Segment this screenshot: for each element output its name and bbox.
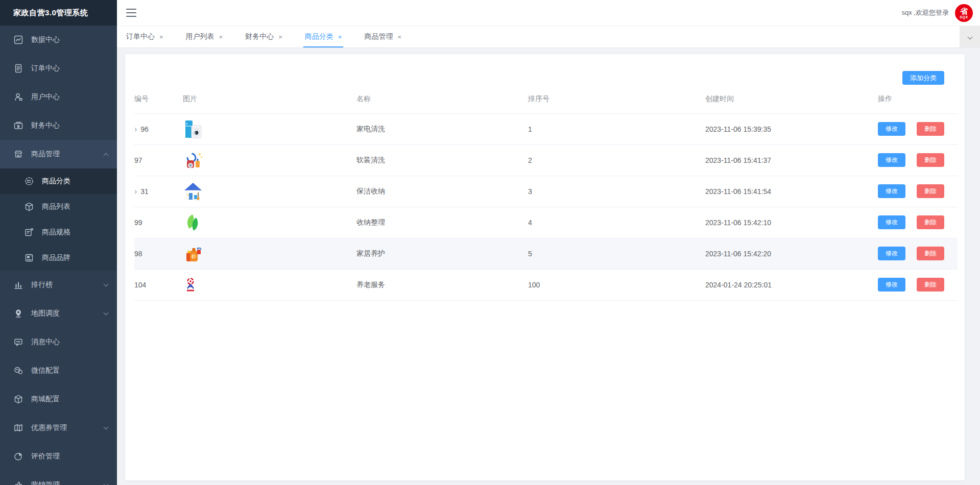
tab-finance-center[interactable]: 财务中心 × xyxy=(243,26,285,47)
tab-close-icon[interactable]: × xyxy=(338,33,342,41)
edit-button[interactable]: 修改 xyxy=(878,122,905,136)
tab-product-category[interactable]: 商品分类 × xyxy=(302,26,345,47)
header-id: 编号 xyxy=(134,85,183,113)
row-id: 98 xyxy=(134,250,142,258)
delete-button[interactable]: 删除 xyxy=(917,184,944,198)
user-icon xyxy=(14,92,23,102)
header-sort: 排序号 xyxy=(528,85,705,113)
row-name: 养老服务 xyxy=(356,269,528,300)
elder-care-logo-image xyxy=(183,277,198,293)
sidebar-item-order-center[interactable]: 订单中心 xyxy=(0,54,117,83)
ranking-bars-icon xyxy=(14,280,23,289)
wechat-icon xyxy=(14,366,23,375)
green-leaves-image xyxy=(183,212,203,233)
cube-icon xyxy=(25,202,34,211)
user-greeting: sqx ,欢迎您登录 xyxy=(902,8,949,17)
sidebar-item-map-dispatch[interactable]: 地图调度 xyxy=(0,299,117,328)
tab-dropdown-button[interactable] xyxy=(960,26,980,47)
expand-row-icon[interactable]: › xyxy=(134,187,137,196)
sidebar-item-user-center[interactable]: 用户中心 xyxy=(0,83,117,111)
sidebar-item-coupon-management[interactable]: 优惠券管理 xyxy=(0,414,117,442)
edit-button[interactable]: 修改 xyxy=(878,153,905,167)
sidebar-item-label: 营销管理 xyxy=(31,480,60,485)
sidebar-item-product-brand[interactable]: 商品品牌 xyxy=(0,245,117,271)
tab-product-management[interactable]: 商品管理 × xyxy=(362,26,404,47)
sidebar-item-product-list[interactable]: 商品列表 xyxy=(0,194,117,220)
sidebar-item-finance-center[interactable]: 财务中心 xyxy=(0,111,117,140)
tab-close-icon[interactable]: × xyxy=(278,33,282,41)
row-id: 31 xyxy=(140,187,149,196)
row-sort: 100 xyxy=(528,269,705,300)
tab-label: 订单中心 xyxy=(126,32,155,41)
delete-button[interactable]: 删除 xyxy=(917,215,944,229)
cleaning-tools-image xyxy=(183,150,203,171)
mall-cube-icon xyxy=(14,395,23,404)
sidebar-item-label: 微信配置 xyxy=(31,366,60,375)
add-category-button[interactable]: 添加分类 xyxy=(902,71,944,85)
tab-label: 商品分类 xyxy=(305,32,333,41)
tab-close-icon[interactable]: × xyxy=(159,33,163,41)
delete-button[interactable]: 删除 xyxy=(917,278,944,292)
sidebar-item-label: 订单中心 xyxy=(31,64,60,73)
row-sort: 1 xyxy=(528,113,705,144)
chevron-down-icon xyxy=(967,34,972,39)
header-created: 创建时间 xyxy=(705,85,878,113)
sidebar-item-review-management[interactable]: 评价管理 xyxy=(0,442,117,471)
table-header-row: 编号 图片 名称 排序号 创建时间 操作 xyxy=(134,85,958,113)
sidebar-item-label: 财务中心 xyxy=(31,121,60,130)
data-chart-icon xyxy=(14,35,23,44)
expand-row-icon[interactable]: › xyxy=(134,125,137,133)
header-name: 名称 xyxy=(356,85,528,113)
finance-icon xyxy=(14,121,23,130)
sidebar-item-ranking[interactable]: 排行榜 xyxy=(0,271,117,299)
sidebar-item-product-management[interactable]: 商品管理 xyxy=(0,140,117,168)
sidebar-item-data-center[interactable]: 数据中心 xyxy=(0,26,117,54)
table-row: › 31 保洁收纳 3 2023-11-06 15:41:54 修改 删除 xyxy=(134,176,958,207)
sidebar-item-label: 商品列表 xyxy=(42,202,70,211)
coupon-map-icon xyxy=(14,423,23,432)
row-id: 97 xyxy=(134,156,142,164)
sidebar-item-label: 商品品牌 xyxy=(42,253,70,262)
row-name: 软装清洗 xyxy=(356,144,528,176)
sidebar-item-message-center[interactable]: 消息中心 xyxy=(0,328,117,356)
row-name: 家电清洗 xyxy=(356,113,528,144)
thumbs-up-icon xyxy=(14,480,23,485)
edit-button[interactable]: 修改 xyxy=(878,184,905,198)
order-document-icon xyxy=(14,64,23,73)
sidebar-item-label: 商品规格 xyxy=(42,228,70,237)
tab-order-center[interactable]: 订单中心 × xyxy=(124,26,166,47)
sidebar-item-wechat-config[interactable]: 微信配置 xyxy=(0,356,117,385)
row-id: 104 xyxy=(134,281,146,289)
row-sort: 3 xyxy=(528,176,705,207)
row-created: 2024-01-24 20:25:01 xyxy=(705,269,878,300)
avatar[interactable]: 省 SQX xyxy=(955,4,973,22)
edit-button[interactable]: 修改 xyxy=(878,215,905,229)
content-card: 添加分类 编号 图片 名称 排序号 创建时间 操作 › 96 xyxy=(125,54,965,480)
user-box: sqx ,欢迎您登录 省 SQX xyxy=(902,0,973,26)
row-name: 家居养护 xyxy=(356,238,528,269)
edit-button[interactable]: 修改 xyxy=(878,247,905,260)
delete-button[interactable]: 删除 xyxy=(917,247,944,260)
row-sort: 4 xyxy=(528,207,705,238)
table-row: › 96 家电清洗 1 2023-11-06 15:39:35 修改 删除 xyxy=(134,113,958,144)
hamburger-menu-icon[interactable] xyxy=(126,8,136,17)
delete-button[interactable]: 删除 xyxy=(917,153,944,167)
sidebar-item-marketing-management[interactable]: 营销管理 xyxy=(0,471,117,485)
table-row: 98 家居养护 5 2023-11-06 15:42:20 修改 删除 xyxy=(134,238,958,269)
tab-close-icon[interactable]: × xyxy=(397,33,401,41)
table-row: 104 养老服务 100 2024-01-24 20:25:01 修改 删除 xyxy=(134,269,958,300)
delete-button[interactable]: 删除 xyxy=(917,122,944,136)
row-id: 96 xyxy=(140,125,149,133)
row-created: 2023-11-06 15:42:20 xyxy=(705,238,878,269)
tab-user-list[interactable]: 用户列表 × xyxy=(183,26,226,47)
chevron-down-icon xyxy=(104,425,109,430)
sidebar-item-product-spec[interactable]: 商品规格 xyxy=(0,220,117,245)
edit-button[interactable]: 修改 xyxy=(878,278,905,292)
sidebar-item-label: 消息中心 xyxy=(31,337,60,347)
sidebar-item-product-category[interactable]: 商品分类 xyxy=(0,168,117,194)
row-created: 2023-11-06 15:42:10 xyxy=(705,207,878,238)
tab-close-icon[interactable]: × xyxy=(219,33,223,41)
sidebar-item-mall-config[interactable]: 商城配置 xyxy=(0,385,117,414)
chevron-down-icon xyxy=(104,482,109,485)
sidebar-item-label: 商品管理 xyxy=(31,150,60,159)
